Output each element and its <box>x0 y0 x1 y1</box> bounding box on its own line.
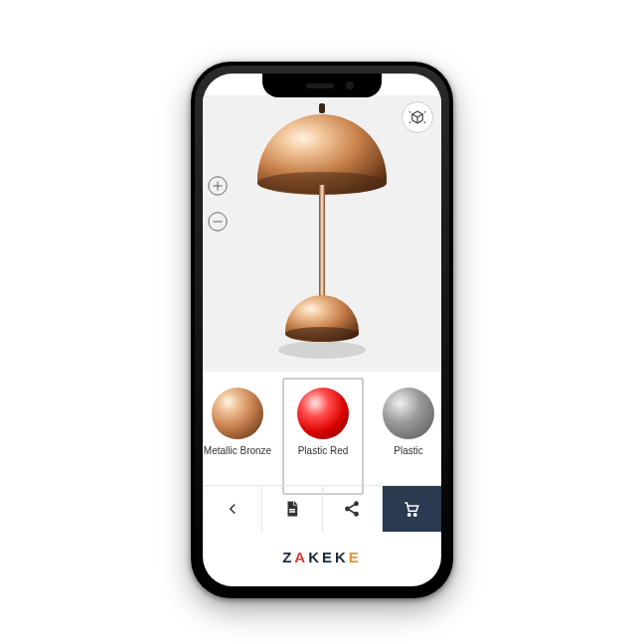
back-button[interactable] <box>203 486 262 532</box>
svg-line-26 <box>349 510 355 514</box>
plus-circle-icon <box>207 175 229 197</box>
svg-point-28 <box>414 514 416 516</box>
swatch-plastic-red[interactable]: Plastic Red <box>280 384 366 493</box>
svg-rect-20 <box>289 509 295 511</box>
svg-line-11 <box>409 111 411 113</box>
swatch-preview <box>383 388 434 439</box>
ar-view-button[interactable] <box>402 101 433 133</box>
svg-rect-17 <box>319 185 325 308</box>
pdf-button[interactable] <box>262 486 322 532</box>
zoom-in-button[interactable] <box>203 171 233 201</box>
swatch-label: Plastic Red <box>280 445 366 456</box>
device-notch <box>262 74 382 97</box>
swatch-metallic-bronze[interactable]: Metallic Bronze <box>203 384 280 493</box>
product-3d-viewer[interactable] <box>203 95 441 372</box>
swatch-label: Metallic Bronze <box>203 445 280 456</box>
share-button[interactable] <box>323 486 383 532</box>
swatch-plastic-grey[interactable]: Plastic <box>366 384 441 493</box>
svg-point-27 <box>408 514 410 516</box>
material-swatch-row: Metallic Bronze Plastic Red Plastic <box>203 374 441 493</box>
svg-line-12 <box>424 111 426 113</box>
svg-rect-15 <box>319 103 325 113</box>
svg-point-24 <box>355 513 358 516</box>
cube-rotate-icon <box>408 108 426 126</box>
svg-line-14 <box>424 122 426 124</box>
svg-line-25 <box>349 505 355 509</box>
cart-icon <box>402 500 420 518</box>
svg-line-10 <box>417 120 422 123</box>
add-to-cart-button[interactable] <box>383 486 441 532</box>
svg-marker-5 <box>412 111 423 117</box>
zoom-out-button[interactable] <box>203 207 233 237</box>
brand-logo: ZAKEKE <box>203 549 441 566</box>
svg-line-9 <box>412 120 417 123</box>
svg-point-23 <box>346 507 349 510</box>
minus-circle-icon <box>207 211 229 233</box>
swatch-preview <box>297 388 349 439</box>
svg-point-18 <box>285 327 359 341</box>
bottom-toolbar <box>203 485 441 532</box>
app-screen: Metallic Bronze Plastic Red Plastic <box>203 74 441 586</box>
svg-point-19 <box>278 341 366 359</box>
swatch-preview <box>212 388 263 439</box>
svg-point-22 <box>355 502 358 505</box>
phone-frame: Metallic Bronze Plastic Red Plastic <box>191 62 453 598</box>
file-pdf-icon <box>283 500 301 518</box>
svg-line-13 <box>409 122 411 124</box>
chevron-left-icon <box>224 500 242 518</box>
share-icon <box>343 500 361 518</box>
svg-rect-21 <box>289 511 295 513</box>
swatch-label: Plastic <box>366 445 441 456</box>
product-preview-lamp <box>247 101 397 364</box>
